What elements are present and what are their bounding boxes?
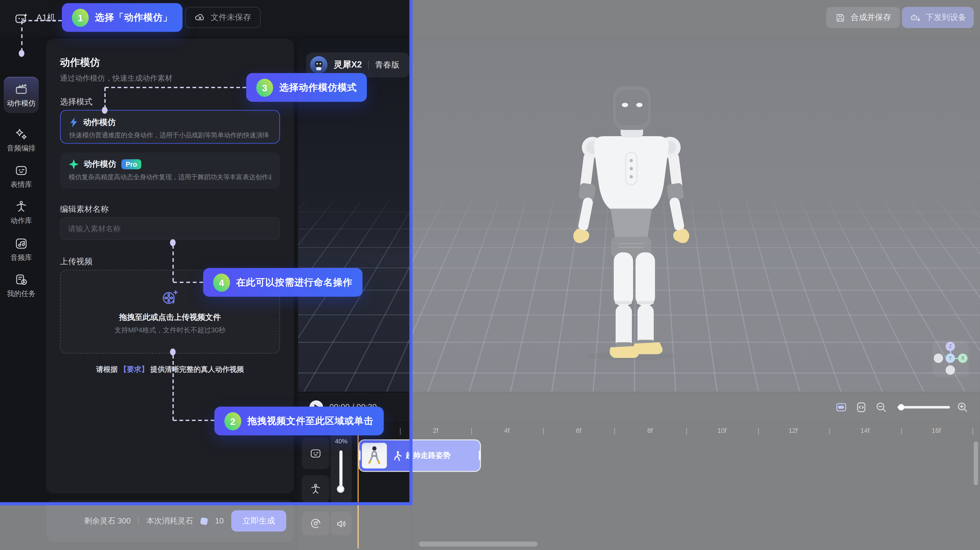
motion-track-header[interactable]	[302, 476, 329, 503]
face-track-icon	[309, 447, 322, 460]
robot-name: 灵犀X2	[334, 59, 362, 70]
speed-value: 40%	[331, 438, 352, 445]
connector-step4	[173, 245, 174, 282]
robot-edition: 青春版	[375, 59, 399, 70]
sidebar-item-audio-library[interactable]: 音频库	[4, 231, 39, 267]
tutorial-step-4: 4 在此可以按需进行命名操作	[203, 268, 363, 296]
expression-track-header[interactable]	[302, 438, 329, 469]
person-icon	[14, 200, 28, 213]
divider	[368, 60, 369, 69]
panel-title: 动作模仿	[60, 56, 100, 70]
mode-card-pro[interactable]: 动作模仿 Pro 模仿复杂高精度高动态全身动作复现，适用于舞蹈功夫等丰富表达创作…	[60, 152, 280, 189]
four-point-star-icon	[69, 159, 79, 169]
connector-dot	[170, 349, 176, 355]
sparkles-icon	[14, 127, 28, 141]
material-name-label: 编辑素材名称	[60, 204, 109, 215]
pro-badge: Pro	[121, 159, 142, 169]
connector-step2	[173, 420, 215, 421]
mode-card-standard[interactable]: 动作模仿 快速模仿普通难度的全身动作，适用于小品戏剧等简单动作的快速演绎	[60, 110, 280, 144]
walking-icon	[393, 450, 402, 461]
connector-dot	[102, 107, 107, 114]
connector-step3	[105, 87, 106, 109]
connector-step3	[105, 87, 246, 88]
mode-desc: 快速模仿普通难度的全身动作，适用于小品戏剧等简单动作的快速演绎	[69, 131, 270, 140]
connector-step1	[22, 20, 62, 21]
spotlight-border-right	[409, 0, 412, 505]
requirement-link[interactable]: 【要求】	[120, 365, 148, 373]
tutorial-overlay-right	[411, 0, 980, 550]
sidebar-item-audio-arrange[interactable]: 音频编排	[4, 122, 39, 158]
panel-subtitle: 通过动作模仿，快速生成动作素材	[60, 73, 172, 84]
task-list-clock-icon	[14, 273, 28, 287]
connector-step4	[173, 282, 203, 283]
sidebar-item-my-tasks[interactable]: 我的任务	[4, 267, 39, 303]
sidebar-item-motion-mimic[interactable]: 动作模仿	[4, 77, 39, 113]
sidebar: 动作模仿 音频编排 表情库 动作库 音频库 我的任务	[0, 35, 43, 550]
mode-section-label: 选择模式	[60, 96, 92, 108]
tutorial-step-1: 1 选择「动作模仿」	[62, 3, 183, 32]
mode-desc: 模仿复杂高精度高动态全身动作复现，适用于舞蹈功夫等丰富表达创作表演	[69, 173, 271, 182]
tutorial-step-2: 2 拖拽视频文件至此区域或单击	[214, 407, 383, 436]
cloud-x-icon	[194, 12, 205, 23]
connector-step1	[21, 21, 22, 52]
file-unsaved-chip[interactable]: 文件未保存	[185, 7, 261, 28]
sidebar-item-motion-library[interactable]: 动作库	[4, 194, 39, 230]
robot-face-icon	[14, 163, 28, 177]
tutorial-step-3: 3 选择动作模仿模式	[246, 73, 367, 102]
clip-left-handle[interactable]	[359, 450, 361, 460]
speed-slider-handle[interactable]	[337, 485, 344, 493]
material-name-input[interactable]	[60, 217, 280, 240]
robot-avatar	[310, 56, 328, 74]
film-reel-sparkle-icon	[161, 288, 180, 306]
dropzone-title: 拖拽至此或点击上传视频文件	[119, 312, 221, 323]
tutorial-overlay-bottom	[0, 503, 411, 550]
speed-slider-track[interactable]	[339, 450, 342, 489]
clapperboard-icon	[14, 82, 28, 96]
upload-video-label: 上传视频	[60, 256, 92, 267]
playback-speed-chip[interactable]: 40%	[331, 433, 352, 504]
connector-dot	[19, 50, 24, 57]
project-title: A1机	[36, 13, 56, 24]
sidebar-item-expression-library[interactable]: 表情库	[4, 158, 39, 194]
spotlight-border-bottom	[0, 502, 412, 506]
dropzone-subtitle: 支持MP4格式，文件时长不超过30秒	[115, 325, 226, 335]
clip-thumbnail	[362, 443, 387, 468]
person-track-icon	[309, 483, 322, 496]
lightning-icon	[69, 117, 78, 127]
upload-requirement-note: 请根据 【要求】 提供清晰完整的真人动作视频	[46, 365, 294, 374]
music-box-icon	[14, 236, 28, 250]
connector-step2	[173, 355, 174, 420]
